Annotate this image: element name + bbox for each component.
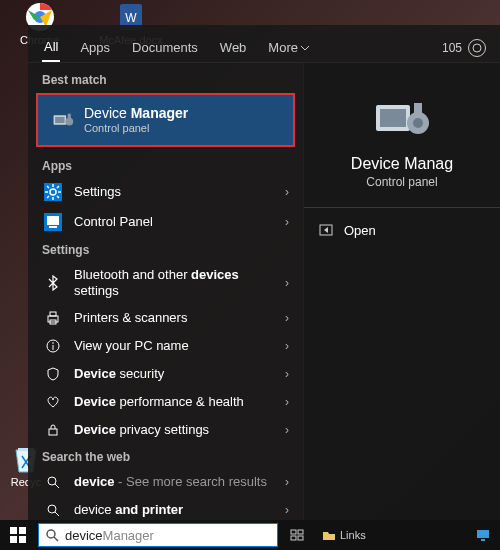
result-label: Device privacy settings	[74, 422, 275, 438]
svg-point-39	[413, 118, 423, 128]
search-icon	[42, 503, 64, 517]
heart-icon	[42, 394, 64, 410]
chevron-right-icon: ›	[285, 215, 289, 229]
svg-point-45	[47, 530, 55, 538]
folder-icon	[322, 528, 336, 542]
bluetooth-icon	[42, 275, 64, 291]
windows-icon	[10, 527, 26, 543]
best-match-subtitle: Control panel	[84, 122, 279, 135]
search-tabs: All Apps Documents Web More 105	[28, 25, 500, 63]
svg-rect-44	[19, 536, 26, 543]
open-button[interactable]: Open	[304, 218, 390, 242]
control-panel-icon	[42, 213, 64, 231]
device-manager-large-icon	[372, 93, 432, 143]
svg-rect-49	[291, 536, 296, 540]
device-manager-icon	[52, 108, 74, 132]
rewards-badge[interactable]: 105	[442, 39, 486, 57]
result-printers[interactable]: Printers & scanners ›	[28, 304, 303, 332]
taskbar-tray-monitor[interactable]	[470, 528, 496, 542]
chevron-right-icon: ›	[285, 423, 289, 437]
tab-apps[interactable]: Apps	[78, 34, 112, 61]
svg-rect-21	[49, 226, 57, 228]
result-label: device - See more search results	[74, 474, 275, 490]
section-best-match: Best match	[28, 67, 303, 91]
result-label: Device performance & health	[74, 394, 275, 410]
search-icon	[45, 528, 59, 542]
section-search-web: Search the web	[28, 444, 303, 468]
svg-rect-38	[414, 103, 422, 115]
result-device-security[interactable]: Device security ›	[28, 360, 303, 388]
taskbar-links-label: Links	[340, 529, 366, 541]
search-text: device Manager	[65, 528, 154, 543]
result-label: Settings	[74, 184, 275, 200]
web-result-device-and-printer[interactable]: device and printer ›	[28, 496, 303, 520]
preview-title: Device Manag	[351, 155, 453, 173]
svg-rect-23	[50, 312, 56, 316]
shield-icon	[42, 366, 64, 382]
search-icon	[42, 475, 64, 489]
results-column: Best match Device Manager Control panel …	[28, 63, 303, 520]
task-view-icon	[290, 528, 304, 542]
svg-rect-42	[19, 527, 26, 534]
tab-documents[interactable]: Documents	[130, 34, 200, 61]
lock-icon	[42, 422, 64, 438]
svg-point-27	[52, 342, 54, 344]
result-settings[interactable]: Settings ›	[28, 177, 303, 207]
tab-web[interactable]: Web	[218, 34, 249, 61]
result-label: Bluetooth and other devices settings	[74, 267, 275, 298]
svg-rect-50	[298, 536, 303, 540]
result-control-panel[interactable]: Control Panel ›	[28, 207, 303, 237]
start-button[interactable]	[4, 521, 32, 549]
svg-point-7	[65, 118, 73, 126]
result-device-privacy[interactable]: Device privacy settings ›	[28, 416, 303, 444]
svg-rect-43	[10, 536, 17, 543]
result-label: Device security	[74, 366, 275, 382]
tab-more[interactable]: More	[266, 34, 311, 61]
taskbar-task-view[interactable]	[284, 528, 310, 542]
svg-rect-41	[10, 527, 17, 534]
result-label: View your PC name	[74, 338, 275, 354]
result-bluetooth[interactable]: Bluetooth and other devices settings ›	[28, 261, 303, 304]
svg-point-31	[48, 505, 56, 513]
svg-rect-48	[298, 530, 303, 534]
chevron-right-icon: ›	[285, 503, 289, 517]
open-label: Open	[344, 223, 376, 238]
svg-point-29	[48, 477, 56, 485]
chevron-down-icon	[301, 44, 309, 52]
svg-rect-52	[481, 539, 485, 541]
section-settings: Settings	[28, 237, 303, 261]
svg-rect-8	[68, 114, 71, 119]
svg-rect-6	[55, 117, 64, 123]
result-label: Printers & scanners	[74, 310, 275, 326]
search-panel: All Apps Documents Web More 105 Best mat…	[28, 25, 500, 520]
gear-icon	[42, 183, 64, 201]
svg-line-32	[55, 512, 59, 516]
rewards-medal-icon	[468, 39, 486, 57]
taskbar-search-box[interactable]: device Manager	[38, 523, 278, 547]
tab-all[interactable]: All	[42, 33, 60, 62]
svg-rect-20	[47, 216, 59, 225]
result-label: device and printer	[74, 502, 275, 518]
best-match-result[interactable]: Device Manager Control panel	[36, 93, 295, 147]
result-device-performance[interactable]: Device performance & health ›	[28, 388, 303, 416]
svg-point-4	[473, 44, 481, 52]
monitor-icon	[476, 528, 490, 542]
web-result-device[interactable]: device - See more search results ›	[28, 468, 303, 496]
divider	[304, 207, 500, 208]
best-match-title: Device Manager	[84, 105, 279, 122]
chevron-right-icon: ›	[285, 185, 289, 199]
svg-rect-47	[291, 530, 296, 534]
open-icon	[318, 222, 334, 238]
result-pc-name[interactable]: View your PC name ›	[28, 332, 303, 360]
chevron-right-icon: ›	[285, 395, 289, 409]
printer-icon	[42, 310, 64, 326]
taskbar: device Manager Links	[0, 520, 500, 550]
taskbar-links[interactable]: Links	[316, 528, 372, 542]
preview-subtitle: Control panel	[366, 175, 437, 189]
chevron-right-icon: ›	[285, 475, 289, 489]
svg-text:W: W	[125, 11, 137, 25]
chevron-right-icon: ›	[285, 367, 289, 381]
rewards-count: 105	[442, 41, 462, 55]
svg-line-46	[54, 537, 58, 541]
chevron-right-icon: ›	[285, 311, 289, 325]
